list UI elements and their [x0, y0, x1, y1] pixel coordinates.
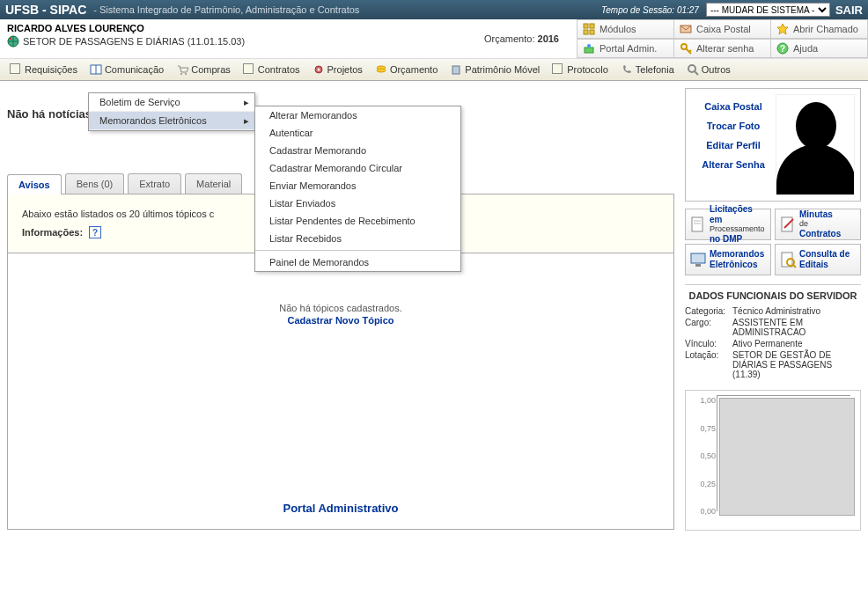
doc-icon — [552, 63, 564, 76]
submenu-memorandos[interactable]: Memorandos Eletrônicos▸ — [89, 112, 254, 130]
budget-label: Orçamento: 2016 — [484, 33, 559, 44]
svg-point-15 — [180, 73, 182, 75]
menu-orcamento[interactable]: Orçamento — [371, 62, 442, 77]
svg-text:?: ? — [780, 44, 785, 54]
coins-icon — [375, 63, 387, 76]
doc-icon — [10, 63, 22, 76]
help-icon[interactable]: ? — [89, 226, 101, 238]
menu-comunicacao[interactable]: Comunicação — [85, 62, 168, 77]
profile-trocar-foto[interactable]: Trocar Foto — [691, 121, 776, 131]
chart-panel: 1,00 0,75 0,50 0,25 0,00 — [685, 390, 861, 531]
subtitle: - Sistema Integrado de Patrimônio, Admin… — [93, 4, 359, 15]
submenu-item[interactable]: Listar Recebidos — [255, 230, 460, 247]
star-icon — [776, 23, 789, 35]
menu-patrimonio[interactable]: Patrimônio Móvel — [445, 62, 544, 77]
svg-marker-7 — [777, 24, 788, 34]
menu-requisicoes[interactable]: Requisições — [5, 62, 82, 77]
profile-box: Caixa Postal Trocar Foto Editar Perfil A… — [685, 88, 861, 202]
submenu-item[interactable]: Listar Pendentes de Recebimento — [255, 212, 460, 230]
menu-outros[interactable]: Outros — [682, 62, 735, 77]
submenu-item[interactable]: Cadastrar Memorando — [255, 142, 460, 159]
menu-projetos[interactable]: Projetos — [308, 62, 367, 77]
link-modulos[interactable]: Módulos — [577, 19, 674, 39]
link-portal-admin[interactable]: Portal Admin. — [577, 39, 674, 58]
menu-compras[interactable]: Compras — [172, 62, 235, 77]
help-icon: ? — [776, 42, 789, 55]
submenu-item[interactable]: Cadastrar Memorando Circular — [255, 159, 460, 177]
link-abrir-chamado[interactable]: Abrir Chamado — [771, 19, 868, 39]
pen-icon — [779, 216, 797, 233]
key-icon — [680, 42, 692, 55]
brand: UFSB - SIPAC — [5, 3, 86, 17]
portal-admin-link[interactable]: Portal Administrativo — [22, 502, 659, 515]
panel-buttons: Licitações emProcessamentono DMP Minutas… — [685, 209, 861, 275]
doc-icon — [243, 63, 255, 76]
svg-rect-2 — [584, 24, 588, 28]
submenu-memorandos-items: Alterar Memorandos Autenticar Cadastrar … — [254, 106, 461, 272]
svg-point-16 — [185, 73, 187, 75]
submenu-comunicacao: Boletim de Serviço▸ Memorandos Eletrônic… — [88, 92, 255, 131]
avatar — [776, 94, 855, 195]
profile-caixa[interactable]: Caixa Postal — [691, 101, 776, 112]
doc-icon — [689, 216, 707, 233]
link-ajuda[interactable]: ? Ajuda — [771, 39, 868, 58]
globe-icon — [7, 35, 19, 48]
session-label: Tempo de Sessão: 01:27 — [601, 5, 699, 15]
chevron-right-icon: ▸ — [244, 97, 249, 108]
system-select[interactable]: --- MUDAR DE SISTEMA - — [706, 3, 830, 17]
menu-telefonia[interactable]: Telefonia — [616, 62, 679, 77]
menu-protocolo[interactable]: Protocolo — [548, 62, 612, 77]
profile-senha[interactable]: Alterar Senha — [691, 159, 776, 170]
svg-rect-29 — [695, 264, 701, 267]
user-name: RICARDO ALVES LOURENÇO — [7, 23, 477, 33]
submenu-item[interactable]: Listar Enviados — [255, 194, 460, 212]
gear-icon — [313, 63, 325, 76]
submenu-item[interactable]: Alterar Memorandos — [255, 106, 460, 124]
btn-licitacoes[interactable]: Licitações emProcessamentono DMP — [685, 209, 771, 240]
dados-title: DADOS FUNCIONAIS DO SERVIDOR — [685, 290, 861, 301]
dados-funcionais: DADOS FUNCIONAIS DO SERVIDOR Categoria:T… — [685, 284, 861, 379]
svg-rect-21 — [452, 66, 460, 74]
menu-contratos[interactable]: Contratos — [239, 62, 305, 77]
tab-bens[interactable]: Bens (0) — [65, 173, 125, 194]
svg-point-1 — [10, 38, 11, 40]
tab-material[interactable]: Material — [185, 173, 242, 194]
svg-point-18 — [317, 69, 320, 71]
svg-line-23 — [695, 71, 698, 75]
svg-point-22 — [688, 65, 695, 72]
exit-link[interactable]: SAIR — [835, 4, 863, 17]
quick-links: Módulos Caixa Postal Abrir Chamado Porta… — [577, 19, 868, 58]
user-row: RICARDO ALVES LOURENÇO SETOR DE PASSAGEN… — [0, 19, 868, 58]
btn-minutas[interactable]: MinutasdeContratos — [775, 209, 861, 240]
svg-rect-3 — [590, 24, 594, 28]
btn-memorandos[interactable]: MemorandosEletrônicos — [685, 244, 771, 275]
submenu-painel[interactable]: Painel de Memorandos — [255, 253, 460, 271]
chart-y-axis: 1,00 0,75 0,50 0,25 0,00 — [689, 396, 716, 516]
chart-plot-area — [719, 398, 855, 516]
svg-rect-4 — [584, 30, 588, 34]
cart-icon — [176, 63, 188, 76]
svg-point-20 — [377, 69, 386, 72]
portal-icon — [583, 42, 595, 55]
tab-avisos[interactable]: Avisos — [7, 174, 62, 194]
cadastrar-topico-link[interactable]: Cadastrar Novo Tópico — [22, 315, 659, 326]
monitor-icon — [689, 251, 707, 268]
user-dept: SETOR DE PASSAGENS E DIÁRIAS (11.01.15.0… — [7, 35, 477, 48]
submenu-item[interactable]: Autenticar — [255, 124, 460, 142]
search-icon — [687, 63, 699, 76]
link-alterar-senha[interactable]: Alterar senha — [674, 39, 771, 58]
tab-extrato[interactable]: Extrato — [128, 173, 181, 194]
btn-consulta-editais[interactable]: Consulta deEditais — [775, 244, 861, 275]
submenu-boletim[interactable]: Boletim de Serviço▸ — [89, 93, 254, 112]
svg-rect-28 — [691, 253, 705, 263]
tab-content-lower: Não há tópicos cadastrados. Cadastrar No… — [7, 253, 674, 530]
link-caixa-postal[interactable]: Caixa Postal — [674, 19, 771, 39]
svg-line-32 — [793, 265, 796, 268]
profile-editar[interactable]: Editar Perfil — [691, 140, 776, 150]
svg-rect-8 — [585, 48, 593, 53]
svg-rect-5 — [590, 30, 594, 34]
no-topics: Não há tópicos cadastrados. — [22, 303, 659, 313]
svg-point-9 — [587, 44, 591, 48]
menu-bar: Requisições Comunicação Compras Contrato… — [0, 58, 868, 81]
submenu-item[interactable]: Enviar Memorandos — [255, 177, 460, 194]
